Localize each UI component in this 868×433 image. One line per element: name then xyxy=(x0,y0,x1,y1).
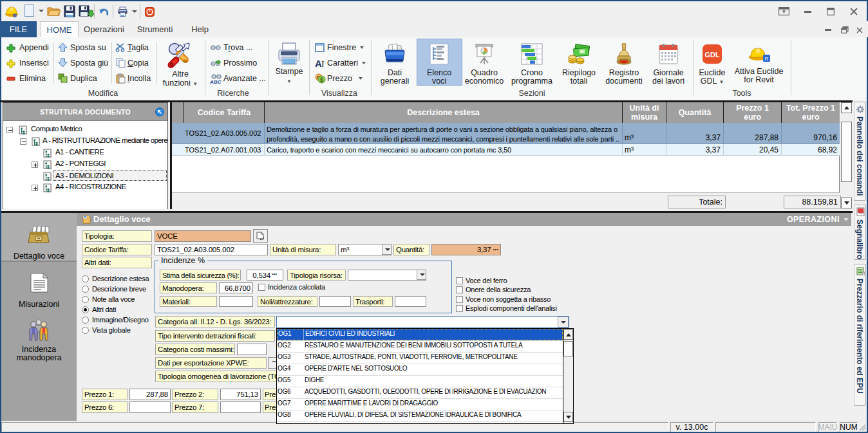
svg-text:ABC: ABC xyxy=(210,79,222,84)
svg-text:R: R xyxy=(764,56,768,62)
svg-text:$: $ xyxy=(320,77,323,83)
svg-text:GDL: GDL xyxy=(704,51,720,59)
